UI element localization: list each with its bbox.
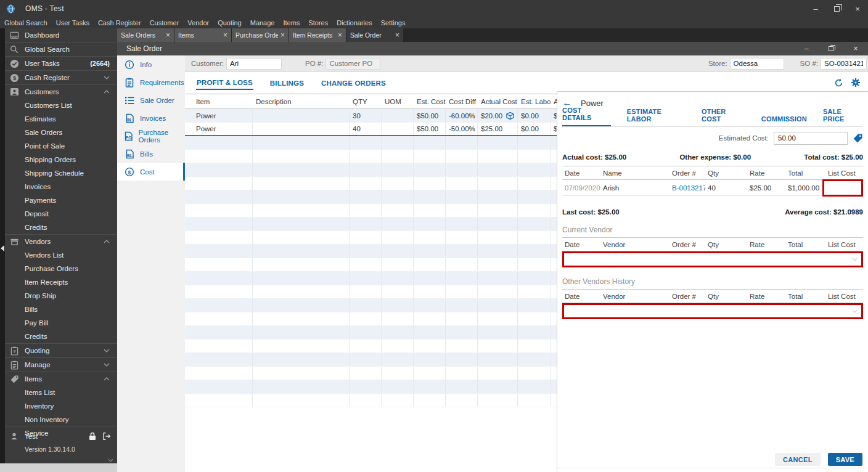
table-row-empty[interactable] bbox=[185, 150, 588, 163]
table-row-empty[interactable] bbox=[185, 353, 588, 367]
menu-item[interactable]: Global Search bbox=[0, 19, 52, 26]
price-tag-icon[interactable] bbox=[853, 133, 863, 144]
other-vendors-empty-row-highlighted[interactable] bbox=[562, 303, 863, 319]
table-row-empty[interactable] bbox=[185, 136, 588, 150]
menu-item[interactable]: Items bbox=[279, 19, 304, 26]
sidebar-subitem[interactable]: Purchase Orders bbox=[5, 262, 117, 275]
column-header[interactable]: Item bbox=[185, 98, 253, 105]
tab-close-icon[interactable]: × bbox=[395, 31, 399, 39]
customer-input[interactable] bbox=[226, 58, 282, 70]
column-header[interactable]: QTY bbox=[350, 98, 382, 105]
sidebar-subitem[interactable]: Drop Ship bbox=[5, 289, 117, 303]
store-input[interactable] bbox=[730, 58, 784, 70]
content-tab[interactable]: PROFIT & LOSS bbox=[196, 76, 253, 90]
sidebar-subitem[interactable]: Invoices bbox=[5, 180, 117, 193]
sidebar-scroll-down-icon[interactable] bbox=[108, 458, 113, 462]
sidebar-subitem[interactable]: Payments bbox=[5, 193, 117, 207]
nav-item-info[interactable]: Info bbox=[117, 55, 185, 73]
tab-close-icon[interactable]: × bbox=[166, 31, 170, 39]
sidebar-item-dashboard[interactable]: Dashboard bbox=[5, 28, 117, 42]
gear-icon[interactable] bbox=[851, 78, 861, 87]
sidebar-subitem[interactable]: Point of Sale bbox=[5, 139, 117, 153]
sidebar-subitem[interactable]: Shipping Orders bbox=[5, 153, 117, 166]
column-header[interactable]: Actual Cost bbox=[478, 98, 518, 105]
nav-item-requirements[interactable]: Requirements bbox=[117, 73, 185, 91]
tab-close-icon[interactable]: × bbox=[280, 31, 285, 39]
sidebar-subitem[interactable]: Estimates bbox=[5, 112, 117, 126]
logout-icon[interactable] bbox=[102, 432, 111, 441]
table-row-empty[interactable] bbox=[185, 394, 588, 407]
order-number-link[interactable]: B-0013217 bbox=[669, 184, 705, 192]
table-row-empty[interactable] bbox=[185, 204, 588, 218]
minimize-icon[interactable]: – bbox=[794, 42, 819, 55]
sidebar-subitem[interactable]: Items List bbox=[5, 386, 117, 399]
nav-item-bills[interactable]: BL Bills bbox=[117, 145, 185, 163]
sidebar-subitem[interactable]: Deposit bbox=[5, 207, 117, 221]
tab-close-icon[interactable]: × bbox=[338, 31, 342, 39]
column-header[interactable]: Est. Labor bbox=[518, 98, 551, 105]
cancel-button[interactable]: CANCEL bbox=[775, 453, 821, 466]
table-row-empty[interactable] bbox=[185, 218, 588, 231]
lock-icon[interactable] bbox=[89, 432, 96, 441]
sidebar-item-customers[interactable]: Customers bbox=[5, 85, 117, 99]
column-header[interactable]: Description bbox=[253, 98, 350, 105]
restore-icon[interactable] bbox=[826, 0, 847, 17]
menu-item[interactable]: Cash Register bbox=[94, 19, 145, 26]
save-button[interactable]: SAVE bbox=[828, 453, 862, 466]
sidebar-subitem[interactable]: Pay Bill bbox=[5, 316, 117, 330]
sidebar-subitem[interactable]: Shipping Schedule bbox=[5, 166, 117, 180]
menu-item[interactable]: Customer bbox=[145, 19, 184, 26]
sidebar-collapse-strip[interactable] bbox=[0, 28, 5, 472]
sidebar-subitem[interactable]: Inventory bbox=[5, 399, 117, 413]
sidebar-item-vendors[interactable]: Vendors bbox=[5, 235, 117, 248]
document-tab[interactable]: Item Receipts × bbox=[289, 28, 346, 42]
nav-item-purchase-orders[interactable]: PO Purchase Orders bbox=[117, 127, 185, 145]
menu-item[interactable]: User Tasks bbox=[52, 19, 94, 26]
sidebar-item-user-tasks[interactable]: User Tasks (2664) bbox=[5, 57, 117, 70]
menu-item[interactable]: Vendor bbox=[183, 19, 213, 26]
table-row-selected[interactable]: Power 40 $50.00 -50.00% $25.00 $0.00 $0 bbox=[185, 123, 588, 136]
restore-icon[interactable] bbox=[819, 42, 843, 55]
menu-item[interactable]: Settings bbox=[377, 19, 410, 26]
document-tab[interactable]: Sale Order × bbox=[346, 28, 403, 42]
box-icon[interactable] bbox=[506, 112, 515, 120]
nav-item-cost[interactable]: $ Cost bbox=[117, 163, 185, 181]
document-tab[interactable]: Purchase Orders × bbox=[232, 28, 289, 42]
document-tab[interactable]: Items × bbox=[174, 28, 231, 42]
nav-item-invoices[interactable]: IN Invoices bbox=[117, 109, 185, 127]
sidebar-subitem[interactable]: Vendors List bbox=[5, 248, 117, 262]
table-row[interactable]: Power 30 $50.00 -60.00% $20.00 $0.00 $0 bbox=[185, 109, 588, 123]
table-row-empty[interactable] bbox=[185, 245, 588, 258]
table-row-empty[interactable] bbox=[185, 272, 588, 285]
document-tab[interactable]: Sale Orders × bbox=[117, 28, 174, 42]
menu-item[interactable]: Manage bbox=[246, 19, 279, 26]
table-row-empty[interactable] bbox=[185, 326, 588, 340]
sidebar-subitem[interactable]: Non Inventory bbox=[5, 413, 117, 426]
close-icon[interactable]: × bbox=[847, 0, 868, 17]
close-icon[interactable]: × bbox=[843, 42, 868, 55]
column-header[interactable]: UOM bbox=[382, 98, 414, 105]
table-row-empty[interactable] bbox=[185, 285, 588, 299]
menu-item[interactable]: Quoting bbox=[213, 19, 246, 26]
cost-table-row[interactable]: 07/09/2020 Arish B-0013217 40 $25.00 $1,… bbox=[562, 180, 863, 196]
sidebar-subitem[interactable]: Customers List bbox=[5, 99, 117, 112]
panel-tab[interactable]: COMMISSION bbox=[761, 115, 807, 126]
estimated-cost-input[interactable] bbox=[774, 132, 848, 145]
table-row-empty[interactable] bbox=[185, 231, 588, 245]
sidebar-subitem[interactable]: Sale Orders bbox=[5, 126, 117, 139]
table-row-empty[interactable] bbox=[185, 177, 588, 190]
panel-tab[interactable]: ESTIMATE LABOR bbox=[627, 108, 686, 126]
sidebar-subitem[interactable]: Bills bbox=[5, 303, 117, 316]
table-row-empty[interactable] bbox=[185, 299, 588, 312]
table-row-empty[interactable] bbox=[185, 163, 588, 177]
so-number-input[interactable] bbox=[821, 58, 867, 70]
tab-close-icon[interactable]: × bbox=[223, 31, 227, 39]
panel-tab[interactable]: SALE PRICE bbox=[823, 108, 863, 126]
content-tab[interactable]: BILLINGS bbox=[269, 77, 305, 89]
sidebar-item-manage[interactable]: Manage bbox=[5, 358, 117, 372]
table-row-empty[interactable] bbox=[185, 380, 588, 394]
sidebar-item-quoting[interactable]: ? Quoting bbox=[5, 344, 117, 357]
table-row-empty[interactable] bbox=[185, 190, 588, 204]
current-vendor-empty-row-highlighted[interactable] bbox=[562, 251, 863, 267]
sidebar-item-global-search[interactable]: Global Search bbox=[5, 43, 117, 56]
